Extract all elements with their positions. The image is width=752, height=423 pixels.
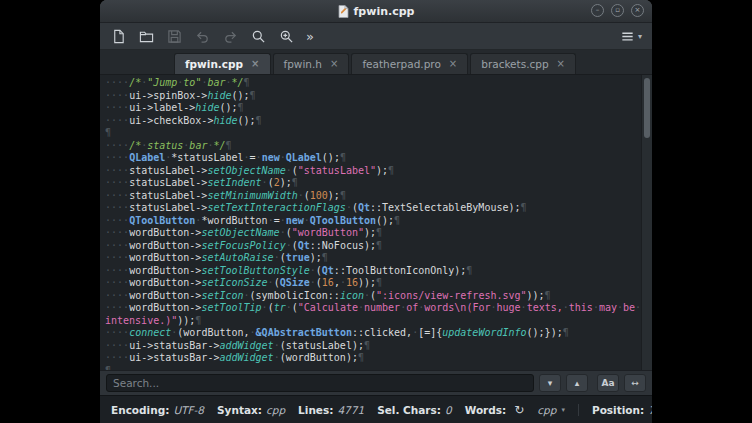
- code-token: ¶: [256, 115, 262, 126]
- tab-featherpad.pro[interactable]: featherpad.pro×: [351, 53, 468, 74]
- open-file-icon: [139, 29, 154, 44]
- code-line: ····wordButton->setToolButtonStyle·(Qt::…: [105, 265, 642, 278]
- tab-close-icon[interactable]: ×: [251, 59, 259, 69]
- code-token: wordButton->: [129, 240, 201, 251]
- language-selector[interactable]: cpp ▾: [537, 404, 565, 416]
- code-token: status: [147, 140, 183, 151]
- main-menu-button[interactable]: ▾: [620, 29, 642, 44]
- tab-label: fpwin.cpp: [185, 58, 243, 70]
- code-token: ¶: [250, 90, 256, 101]
- encoding-label: Encoding:: [111, 404, 169, 416]
- code-token: ));: [177, 315, 195, 326]
- code-token: *wordButton: [201, 215, 267, 226]
- code-line: ¶: [105, 127, 642, 140]
- tab-fpwin.cpp[interactable]: fpwin.cpp×: [174, 53, 271, 74]
- code-token: ¶: [340, 152, 346, 163]
- code-token: ::ToolButtonIconOnly);: [334, 265, 466, 276]
- code-token: QSize: [280, 277, 310, 288]
- encoding-value: UTF-8: [173, 404, 204, 416]
- code-line: ····/*·"Jump·to"·bar·*/¶: [105, 77, 642, 90]
- code-token: Qt: [322, 265, 334, 276]
- status-bar: Encoding: UTF-8 Syntax: cpp Lines: 4771 …: [100, 395, 652, 423]
- find-previous-button[interactable]: ▴: [566, 374, 588, 392]
- code-line: intensive.)"));¶: [105, 315, 642, 328]
- code-token: ui->label->: [129, 102, 195, 113]
- code-token: icon: [340, 290, 364, 301]
- code-token: setObjectName: [207, 165, 285, 176]
- code-token: ();: [219, 102, 237, 113]
- code-token: ¶: [364, 340, 370, 351]
- code-token: addWidget: [219, 352, 273, 363]
- code-line: ····statusLabel->setMinimumWidth·(100);¶: [105, 190, 642, 203]
- code-token: setToolTip: [201, 302, 261, 313]
- zoom-in-button[interactable]: [278, 28, 295, 45]
- code-token: ::TextSelectableByMouse);: [370, 202, 521, 213]
- tab-label: featherpad.pro: [362, 58, 440, 70]
- minimize-button[interactable]: –: [591, 4, 604, 17]
- code-token: connect: [129, 327, 171, 338]
- title-bar[interactable]: fpwin.cpp – ▫ ×: [100, 0, 652, 23]
- lines-status: Lines: 4771: [298, 404, 364, 416]
- zoom-in-icon: [279, 29, 294, 44]
- match-case-button[interactable]: Aa: [597, 374, 619, 392]
- open-file-button[interactable]: [138, 28, 155, 45]
- featherpad-window: fpwin.cpp – ▫ × » ▾ fpwin.cpp×fpwin.h×fe…: [100, 0, 652, 423]
- code-line: ····wordButton->setObjectName·("wordButt…: [105, 227, 642, 240]
- whole-word-button[interactable]: ↔: [624, 374, 646, 392]
- code-token: texts,: [527, 302, 563, 313]
- close-button[interactable]: ×: [631, 4, 644, 17]
- code-token: statusLabel->: [129, 202, 207, 213]
- code-token: hide: [207, 90, 231, 101]
- redo-button[interactable]: [222, 28, 239, 45]
- file-icon: [338, 5, 349, 18]
- search-input[interactable]: [106, 374, 534, 392]
- scrollbar-thumb[interactable]: [644, 78, 650, 138]
- tab-close-icon[interactable]: ×: [449, 59, 457, 69]
- tab-close-icon[interactable]: ×: [330, 59, 338, 69]
- code-token: statusLabel->: [129, 177, 207, 188]
- code-token: setMinimumWidth: [207, 190, 297, 201]
- code-token: ¶: [376, 277, 382, 288]
- code-line: ····statusLabel->setIndent·(2);¶: [105, 177, 642, 190]
- search-icon: [251, 29, 266, 44]
- code-token: ::NoFocus);: [310, 240, 376, 251]
- code-token: statusLabel->: [129, 165, 207, 176]
- vertical-scrollbar[interactable]: [641, 75, 652, 370]
- toolbar-overflow-button[interactable]: »: [306, 30, 314, 43]
- refresh-word-count-button[interactable]: ↻: [514, 403, 524, 417]
- code-line: ····connect·(wordButton,·&QAbstractButto…: [105, 327, 642, 340]
- code-token: ¶: [226, 140, 232, 151]
- code-token: bar: [189, 140, 207, 151]
- tab-brackets.cpp[interactable]: brackets.cpp×: [470, 53, 576, 74]
- code-token: ¶: [466, 265, 472, 276]
- maximize-button[interactable]: ▫: [611, 4, 624, 17]
- position-value: 73: [648, 404, 652, 416]
- find-next-button[interactable]: ▾: [539, 374, 561, 392]
- tab-fpwin.h[interactable]: fpwin.h×: [273, 53, 350, 74]
- code-token: ();: [376, 215, 394, 226]
- code-token: ¶: [105, 127, 111, 138]
- undo-button[interactable]: [194, 28, 211, 45]
- code-token: new: [262, 152, 280, 163]
- search-button[interactable]: [250, 28, 267, 45]
- code-token: 100: [310, 190, 328, 201]
- code-token: wordButton->: [129, 290, 201, 301]
- tab-label: fpwin.h: [284, 58, 323, 70]
- code-token: ();});: [527, 327, 563, 338]
- selected-chars-status: Sel. Chars: 0: [377, 404, 452, 416]
- code-token: wordButton->: [129, 265, 201, 276]
- code-token: ();: [232, 90, 250, 101]
- chevron-up-icon: ▴: [575, 378, 580, 388]
- new-file-button[interactable]: [110, 28, 127, 45]
- window-title-text: fpwin.cpp: [354, 5, 415, 18]
- hamburger-menu-icon: [620, 29, 635, 44]
- code-token: */: [213, 140, 225, 151]
- code-area[interactable]: ····/*·"Jump·to"·bar·*/¶····ui->spinBox-…: [100, 75, 642, 370]
- code-token: ¶: [358, 352, 364, 363]
- code-token: Qt: [358, 202, 370, 213]
- save-file-button[interactable]: [166, 28, 183, 45]
- code-token: ¶: [238, 102, 244, 113]
- code-token: setIndent: [207, 177, 261, 188]
- tab-close-icon[interactable]: ×: [557, 59, 565, 69]
- code-token: of: [406, 302, 418, 313]
